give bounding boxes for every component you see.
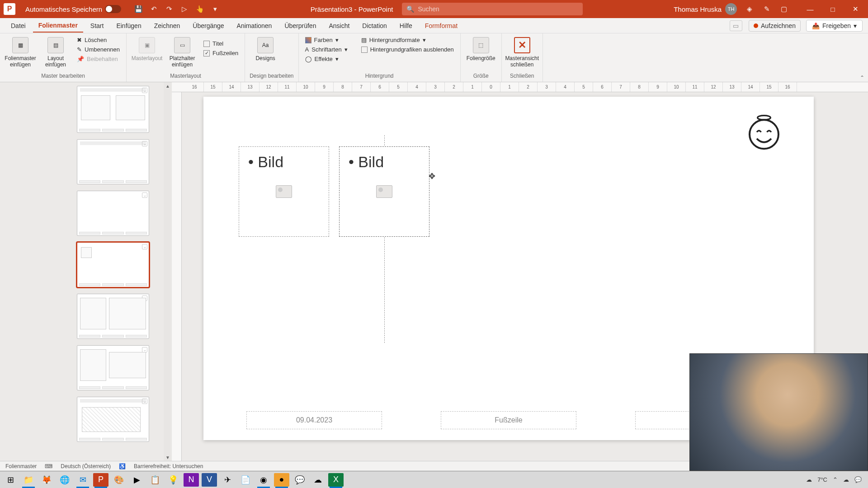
picture-icon bbox=[376, 185, 392, 198]
start-button[interactable]: ⊞ bbox=[3, 473, 18, 487]
status-language[interactable]: Deutsch (Österreich) bbox=[61, 463, 111, 469]
tray-chevron-icon[interactable]: ⌃ bbox=[833, 476, 838, 483]
hintergrundgrafiken-checkbox[interactable]: Hintergrundgrafiken ausblenden bbox=[359, 46, 456, 53]
chrome-icon[interactable]: 🌐 bbox=[57, 473, 72, 487]
outlook-icon[interactable]: ✉ bbox=[75, 473, 90, 487]
effekte-button[interactable]: ◯Effekte ▾ bbox=[303, 55, 349, 63]
tab-einfuegen[interactable]: Einfügen bbox=[111, 19, 146, 32]
ribbon-tabs: Datei Folienmaster Start Einfügen Zeichn… bbox=[0, 18, 868, 33]
layout-thumbnail-7[interactable]: ⌵ bbox=[77, 397, 149, 442]
tab-zeichnen[interactable]: Zeichnen bbox=[149, 19, 186, 32]
layout-thumbnail-5[interactable]: ⌵ bbox=[77, 294, 149, 339]
tab-start[interactable]: Start bbox=[85, 19, 109, 32]
share-button[interactable]: 📤 Freigeben ▾ bbox=[806, 20, 863, 32]
titel-checkbox[interactable]: Titel bbox=[202, 40, 240, 47]
tab-folienmaster[interactable]: Folienmaster bbox=[33, 19, 83, 33]
image-placeholder-2[interactable]: • Bild bbox=[339, 146, 429, 237]
hintergrundformate-button[interactable]: ▨Hintergrundformate ▾ bbox=[359, 36, 456, 44]
collapse-ribbon-icon[interactable]: ⌃ bbox=[860, 75, 864, 81]
scroll-up-icon[interactable]: ▲ bbox=[164, 82, 171, 89]
undo-icon[interactable]: ↶ bbox=[149, 5, 158, 14]
footer-placeholder[interactable]: Fußzeile bbox=[441, 411, 576, 429]
app-icon-3[interactable]: 💡 bbox=[165, 473, 181, 487]
layout-thumbnail-2[interactable]: ⌵ bbox=[77, 139, 149, 184]
user-avatar-icon: TH bbox=[725, 3, 737, 15]
group-masterlayout: ▣ Masterlayout ▭ Platzhalter einfügen Ti… bbox=[127, 33, 245, 82]
qat-customize-icon[interactable]: ▾ bbox=[211, 5, 220, 14]
pen-icon[interactable]: ✎ bbox=[762, 5, 771, 14]
minimize-button[interactable]: ― bbox=[801, 2, 819, 16]
layout-thumbnail-6[interactable]: ⌵ bbox=[77, 345, 149, 390]
powerpoint-icon[interactable]: P bbox=[93, 473, 108, 487]
toggle-switch-icon[interactable] bbox=[105, 5, 121, 13]
app-icon-6[interactable]: ☁ bbox=[310, 473, 326, 487]
group-design-bearbeiten: Aa Designs Design bearbeiten bbox=[245, 33, 298, 82]
folienmaster-einfuegen-button[interactable]: ▦ Folienmaster einfügen bbox=[5, 35, 36, 70]
obs-icon[interactable]: ◉ bbox=[256, 473, 271, 487]
group-groesse: ⬚ Foliengröße Größe bbox=[461, 33, 502, 82]
fusszeilen-checkbox[interactable]: Fußzeilen bbox=[202, 49, 240, 57]
windows-taskbar: ⊞ 📁 🦊 🌐 ✉ P 🎨 ▶ 📋 💡 N V ✈ 📄 ◉ ● 💬 ☁ X ☁ … bbox=[0, 471, 868, 488]
farben-button[interactable]: Farben ▾ bbox=[303, 36, 349, 44]
diamond-icon[interactable]: ◈ bbox=[745, 5, 754, 14]
loeschen-button[interactable]: ✖Löschen bbox=[75, 36, 122, 44]
tab-formformat[interactable]: Formformat bbox=[420, 19, 463, 32]
autosave-toggle[interactable]: Automatisches Speichern bbox=[25, 5, 121, 13]
thumbnail-scrollbar[interactable]: ▲ ▼ bbox=[164, 82, 172, 461]
status-accessibility[interactable]: Barrierefreiheit: Untersuchen bbox=[134, 463, 203, 469]
app-icon-4[interactable]: 📄 bbox=[238, 473, 253, 487]
tab-dictation[interactable]: Dictation bbox=[357, 19, 392, 32]
close-button[interactable]: ✕ bbox=[846, 2, 864, 16]
window-icon[interactable]: ▢ bbox=[779, 5, 788, 14]
tab-ansicht[interactable]: Ansicht bbox=[323, 19, 355, 32]
layout-thumbnail-4[interactable]: ⌵ bbox=[77, 242, 149, 287]
user-account[interactable]: Thomas Hruska TH bbox=[674, 3, 737, 15]
umbenennen-button[interactable]: ✎Umbenennen bbox=[75, 46, 122, 53]
layout-einfuegen-button[interactable]: ▤ Layout einfügen bbox=[40, 35, 71, 70]
firefox-icon[interactable]: 🦊 bbox=[39, 473, 54, 487]
visio-icon[interactable]: V bbox=[202, 473, 217, 487]
comments-button[interactable]: ▭ bbox=[730, 20, 742, 31]
maximize-button[interactable]: □ bbox=[824, 2, 842, 16]
search-input[interactable] bbox=[418, 5, 578, 13]
weather-temp[interactable]: 7°C bbox=[817, 476, 827, 483]
tab-uebergaenge[interactable]: Übergänge bbox=[187, 19, 229, 32]
tab-animationen[interactable]: Animationen bbox=[231, 19, 278, 32]
chat-tray-icon[interactable]: 💬 bbox=[854, 476, 862, 483]
touch-mode-icon[interactable]: 👆 bbox=[195, 5, 204, 14]
layout-thumbnail-1[interactable]: ⌵ bbox=[77, 86, 149, 133]
layout-thumbnail-3[interactable]: ⌵ bbox=[77, 191, 149, 236]
tab-ueberpruefen[interactable]: Überprüfen bbox=[279, 19, 321, 32]
app-icon-5[interactable]: ● bbox=[274, 473, 289, 487]
file-explorer-icon[interactable]: 📁 bbox=[21, 473, 36, 487]
image-placeholder-1[interactable]: • Bild bbox=[239, 146, 329, 237]
save-icon[interactable]: 💾 bbox=[134, 5, 143, 14]
schriftarten-button[interactable]: ASchriftarten ▾ bbox=[303, 46, 349, 53]
preserve-icon: 📌 bbox=[77, 56, 84, 62]
app-icon-2[interactable]: 📋 bbox=[147, 473, 163, 487]
search-box[interactable]: 🔍 bbox=[402, 3, 583, 15]
tab-datei[interactable]: Datei bbox=[5, 19, 31, 32]
onenote-icon[interactable]: N bbox=[184, 473, 199, 487]
discord-icon[interactable]: 💬 bbox=[292, 473, 307, 487]
telegram-icon[interactable]: ✈ bbox=[220, 473, 235, 487]
excel-icon[interactable]: X bbox=[328, 473, 344, 487]
app-icon-1[interactable]: 🎨 bbox=[111, 473, 127, 487]
vlc-icon[interactable]: ▶ bbox=[129, 473, 145, 487]
tab-hilfe[interactable]: Hilfe bbox=[394, 19, 418, 32]
system-tray[interactable]: ☁ 7°C ⌃ ☁ 💬 bbox=[806, 476, 865, 483]
date-placeholder[interactable]: 09.04.2023 bbox=[246, 411, 382, 429]
masteransicht-schliessen-button[interactable]: ✕ Masteransicht schließen bbox=[506, 35, 538, 70]
status-lang-icon[interactable]: ⌨ bbox=[45, 463, 52, 469]
designs-button[interactable]: Aa Designs bbox=[250, 35, 281, 63]
weather-icon[interactable]: ☁ bbox=[806, 476, 812, 483]
smiley-shape[interactable] bbox=[746, 115, 782, 151]
scroll-down-icon[interactable]: ▼ bbox=[164, 454, 171, 461]
redo-icon[interactable]: ↷ bbox=[165, 5, 174, 14]
onedrive-tray-icon[interactable]: ☁ bbox=[843, 476, 849, 483]
platzhalter-einfuegen-button[interactable]: ▭ Platzhalter einfügen bbox=[166, 35, 198, 70]
record-button[interactable]: Aufzeichnen bbox=[749, 20, 801, 32]
start-from-beginning-icon[interactable]: ▷ bbox=[180, 5, 189, 14]
thumb-menu-icon: ⌵ bbox=[142, 244, 147, 249]
foliengroesse-button[interactable]: ⬚ Foliengröße bbox=[465, 35, 497, 63]
